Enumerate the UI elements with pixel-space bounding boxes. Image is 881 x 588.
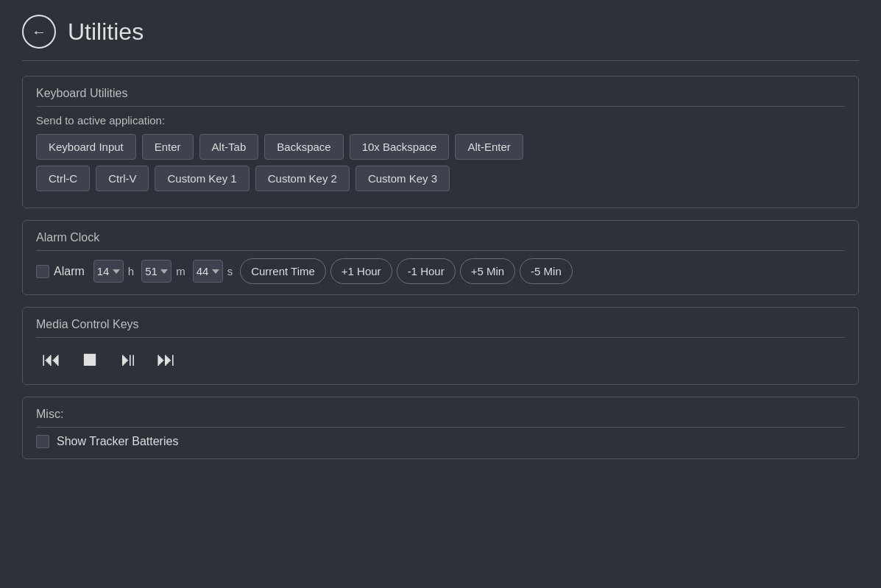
minute-select[interactable]: 51 [141,260,171,283]
custom-key-3-button[interactable]: Custom Key 3 [355,166,450,191]
alarm-label: Alarm [54,265,85,278]
minute-unit: m [176,265,185,277]
tracker-batteries-label: Show Tracker Batteries [57,435,178,448]
second-select[interactable]: 44 [193,260,223,283]
ctrl-c-button[interactable]: Ctrl-C [36,166,90,191]
page-header: ← Utilities [22,15,859,61]
alarm-clock-section: Alarm Clock Alarm 14 h 51 m 44 s Current… [22,220,859,295]
prev-track-button[interactable]: ⏮ [36,345,67,374]
next-track-button[interactable]: ⏭ [151,345,182,374]
plus-5-min-button[interactable]: +5 Min [460,258,515,284]
keyboard-utilities-section: Keyboard Utilities Send to active applic… [22,76,859,208]
send-label: Send to active application: [36,114,845,127]
stop-icon: ⏹ [80,348,99,371]
misc-section-title: Misc: [36,408,845,428]
current-time-button[interactable]: Current Time [240,258,326,284]
alarm-row: Alarm 14 h 51 m 44 s Current Time +1 Hou… [36,258,845,284]
hour-unit: h [128,265,134,277]
tracker-batteries-checkbox[interactable] [36,435,49,448]
alt-enter-button[interactable]: Alt-Enter [455,134,523,160]
alarm-checkbox[interactable] [36,265,49,278]
custom-key-1-button[interactable]: Custom Key 1 [155,166,249,191]
next-track-icon: ⏭ [157,348,176,371]
alt-tab-button[interactable]: Alt-Tab [199,134,259,160]
keyboard-section-title: Keyboard Utilities [36,87,845,107]
plus-1-hour-button[interactable]: +1 Hour [330,258,392,284]
back-button[interactable]: ← [22,15,56,49]
misc-section: Misc: Show Tracker Batteries [22,397,859,459]
ctrl-v-button[interactable]: Ctrl-V [96,166,149,191]
media-row: ⏮ ⏹ ⏯ ⏭ [36,345,845,374]
prev-track-icon: ⏮ [42,348,61,371]
play-pause-button[interactable]: ⏯ [113,345,144,374]
custom-key-2-button[interactable]: Custom Key 2 [255,166,350,191]
media-control-section: Media Control Keys ⏮ ⏹ ⏯ ⏭ [22,307,859,385]
alarm-section-title: Alarm Clock [36,231,845,251]
stop-button[interactable]: ⏹ [74,345,105,374]
minus-5-min-button[interactable]: -5 Min [520,258,573,284]
page-title: Utilities [68,18,144,46]
second-unit: s [227,265,233,277]
media-section-title: Media Control Keys [36,318,845,338]
misc-row: Show Tracker Batteries [36,435,845,448]
minus-1-hour-button[interactable]: -1 Hour [397,258,456,284]
keyboard-row-1: Keyboard Input Enter Alt-Tab Backspace 1… [36,134,845,160]
backspace-button[interactable]: Backspace [264,134,343,160]
10x-backspace-button[interactable]: 10x Backspace [350,134,450,160]
play-pause-icon: ⏯ [118,348,138,371]
keyboard-row-2: Ctrl-C Ctrl-V Custom Key 1 Custom Key 2 … [36,166,845,191]
enter-button[interactable]: Enter [142,134,194,160]
hour-select[interactable]: 14 [93,260,124,283]
keyboard-input-button[interactable]: Keyboard Input [36,134,136,160]
